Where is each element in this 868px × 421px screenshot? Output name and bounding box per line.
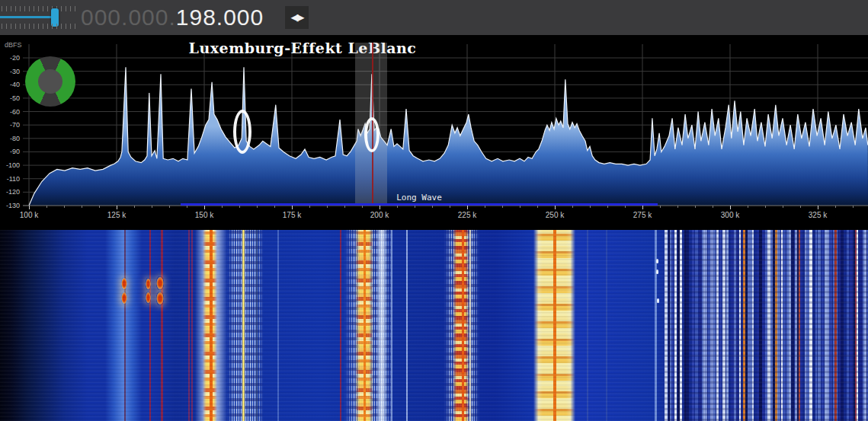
x-axis-tick bbox=[292, 206, 293, 209]
waterfall-stripe bbox=[256, 230, 258, 421]
x-axis-minor-tick bbox=[783, 206, 783, 208]
x-axis-minor-tick bbox=[64, 206, 65, 208]
waterfall-stripe bbox=[161, 230, 163, 421]
x-axis-label: 325 k bbox=[809, 211, 827, 219]
sdr-app-window: 000.000.198.000 ◀▶ dBFS -20-30-40-50-60-… bbox=[0, 0, 868, 421]
waterfall-station-stripe bbox=[822, 230, 824, 421]
x-axis-label: 200 k bbox=[370, 211, 389, 219]
waterfall-stripe bbox=[462, 230, 464, 421]
waterfall-stripe bbox=[242, 230, 245, 421]
waterfall-station-stripe bbox=[671, 230, 674, 421]
x-axis-tick bbox=[467, 206, 468, 209]
waterfall-stripe bbox=[210, 230, 213, 421]
x-axis-minor-tick bbox=[677, 206, 678, 208]
frequency-leading-zeros[interactable]: 000.000. bbox=[81, 5, 176, 30]
tuning-step-slider[interactable] bbox=[0, 0, 84, 35]
waterfall-panel[interactable] bbox=[0, 221, 868, 421]
x-axis-minor-tick bbox=[572, 206, 573, 208]
waterfall-signal-dash bbox=[156, 276, 164, 290]
x-axis-label: 175 k bbox=[283, 211, 301, 219]
slider-ticks-bottom bbox=[2, 24, 79, 29]
waterfall-stripe bbox=[406, 230, 408, 421]
waterfall-signal-dash bbox=[121, 292, 127, 305]
band-indicator-label: Long Wave bbox=[396, 193, 442, 203]
x-axis-minor-tick bbox=[309, 206, 310, 208]
waterfall-station-stripe bbox=[680, 230, 682, 421]
y-axis-label: -110 bbox=[0, 175, 20, 183]
x-axis-tick bbox=[818, 206, 818, 209]
x-axis-minor-tick bbox=[607, 206, 608, 208]
x-axis-minor-tick bbox=[99, 206, 100, 208]
step-down-icon[interactable]: ◀ bbox=[291, 11, 297, 23]
x-axis-tick bbox=[29, 206, 30, 209]
x-axis-tick bbox=[730, 206, 731, 209]
x-axis-minor-tick bbox=[169, 206, 170, 208]
waterfall-stripe bbox=[191, 230, 193, 421]
waterfall-stripe bbox=[124, 230, 126, 421]
waterfall-station-stripe bbox=[841, 230, 844, 421]
waterfall-signal-dash bbox=[156, 292, 164, 305]
x-axis-minor-tick bbox=[853, 206, 854, 208]
waterfall-carrier-line bbox=[775, 230, 777, 421]
x-axis-minor-tick bbox=[695, 206, 696, 208]
x-axis-label: 225 k bbox=[458, 211, 476, 219]
y-axis-label: -80 bbox=[0, 135, 20, 142]
frequency-value[interactable]: 198.000 bbox=[176, 5, 264, 30]
waterfall-station-stripe bbox=[778, 230, 780, 421]
waterfall-station-stripe bbox=[695, 230, 698, 421]
slider-track[interactable] bbox=[0, 16, 53, 18]
tuning-knob-icon[interactable] bbox=[25, 56, 75, 107]
x-axis-minor-tick bbox=[239, 206, 240, 208]
x-axis-minor-tick bbox=[625, 206, 626, 208]
x-axis-label: 300 k bbox=[721, 211, 739, 219]
waterfall-station-stripe bbox=[665, 230, 668, 421]
spectrum-panel[interactable]: dBFS -20-30-40-50-60-70-80-90-100-110-12… bbox=[0, 35, 868, 221]
y-axis-label: -90 bbox=[0, 148, 20, 155]
waterfall-stripe bbox=[453, 230, 469, 421]
waterfall-station-stripe bbox=[722, 230, 725, 421]
x-axis-tick bbox=[204, 206, 205, 209]
waterfall-body[interactable] bbox=[0, 230, 868, 421]
waterfall-station-stripe bbox=[829, 230, 832, 421]
frequency-display[interactable]: 000.000.198.000 bbox=[81, 0, 264, 35]
waterfall-stripe bbox=[587, 230, 588, 421]
x-axis-tick bbox=[380, 206, 380, 209]
y-axis-label: -130 bbox=[0, 202, 20, 209]
x-axis-tick bbox=[642, 206, 643, 209]
waterfall-station-stripe bbox=[719, 230, 722, 421]
x-axis-label: 125 k bbox=[107, 211, 126, 219]
waterfall-stripe bbox=[227, 230, 264, 421]
waterfall-station-stripe bbox=[783, 230, 786, 421]
waterfall-station-stripe bbox=[713, 230, 716, 421]
waterfall-carrier-line bbox=[834, 230, 837, 421]
waterfall-station-stripe bbox=[686, 230, 689, 421]
y-axis-label: -30 bbox=[0, 68, 20, 75]
x-axis-minor-tick bbox=[415, 206, 415, 208]
y-axis-label: -20 bbox=[0, 54, 20, 62]
waterfall-stripe bbox=[277, 230, 279, 421]
x-axis-minor-tick bbox=[82, 206, 82, 208]
step-up-icon[interactable]: ▶ bbox=[297, 11, 303, 23]
slider-ticks-top bbox=[2, 6, 79, 11]
x-axis-minor-tick bbox=[46, 206, 47, 208]
waterfall-stripe bbox=[469, 230, 471, 421]
x-axis-minor-tick bbox=[327, 206, 328, 208]
y-axis-label: -40 bbox=[0, 81, 20, 88]
waterfall-speck bbox=[657, 298, 659, 303]
waterfall-station-stripe bbox=[815, 230, 817, 421]
x-axis-minor-tick bbox=[835, 206, 836, 208]
waterfall-station-stripe bbox=[818, 230, 821, 421]
frequency-step-buttons[interactable]: ◀▶ bbox=[285, 6, 309, 29]
x-axis-minor-tick bbox=[257, 206, 258, 208]
waterfall-stripe bbox=[391, 230, 392, 421]
waterfall-station-stripe bbox=[716, 230, 719, 421]
waterfall-station-stripe bbox=[726, 230, 729, 421]
y-axis-label: -60 bbox=[0, 108, 20, 116]
waterfall-station-stripe bbox=[864, 230, 866, 421]
waterfall-carrier-line bbox=[855, 230, 857, 421]
x-axis-label: 250 k bbox=[546, 211, 564, 219]
x-axis-minor-tick bbox=[152, 206, 152, 208]
waterfall-carrier-line bbox=[743, 230, 745, 421]
band-indicator-line bbox=[181, 203, 658, 206]
waterfall-stripe bbox=[364, 230, 366, 421]
